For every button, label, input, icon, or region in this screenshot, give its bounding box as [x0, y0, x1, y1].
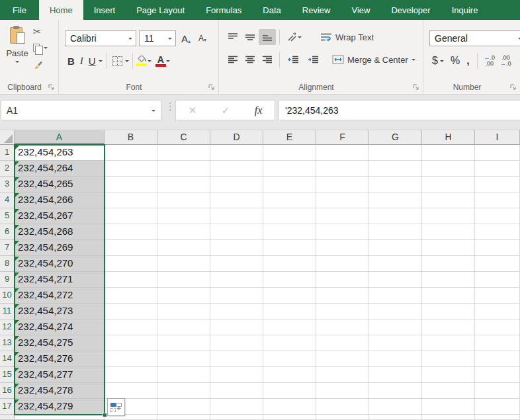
row-header-2[interactable]: 2	[0, 161, 15, 177]
cell-G7[interactable]	[369, 240, 422, 256]
bold-button[interactable]: B	[65, 56, 77, 67]
cell-B10[interactable]	[105, 288, 157, 304]
row-header-8[interactable]: 8	[0, 256, 15, 272]
cell-H6[interactable]	[422, 224, 475, 240]
align-left-button[interactable]	[224, 52, 241, 67]
italic-button[interactable]: I	[77, 56, 86, 67]
cell-C1[interactable]	[157, 145, 210, 161]
cell-H11[interactable]	[422, 304, 475, 319]
cell-F6[interactable]	[316, 224, 369, 240]
tab-insert[interactable]: Insert	[83, 0, 126, 20]
column-header-H[interactable]: H	[422, 130, 475, 145]
cell-I12[interactable]	[475, 319, 520, 335]
cell-H2[interactable]	[422, 161, 475, 177]
cell-H1[interactable]	[422, 145, 475, 161]
cell-G4[interactable]	[369, 192, 422, 208]
cell-G6[interactable]	[369, 224, 422, 240]
cancel-button[interactable]: ✕	[189, 105, 197, 116]
font-color-dropdown-icon[interactable]	[166, 60, 170, 64]
align-center-button[interactable]	[241, 52, 259, 67]
decrease-indent-button[interactable]	[283, 52, 303, 67]
accounting-dropdown-icon[interactable]	[440, 60, 444, 64]
cell-D8[interactable]	[210, 256, 263, 272]
row-header-15[interactable]: 15	[0, 367, 15, 383]
tab-file[interactable]: File	[0, 0, 39, 20]
cell-H13[interactable]	[422, 335, 475, 351]
cell-D12[interactable]	[210, 319, 263, 335]
cell-F9[interactable]	[316, 272, 369, 288]
row-header-4[interactable]: 4	[0, 192, 15, 208]
cell-I1[interactable]	[475, 145, 520, 161]
tab-inquire[interactable]: Inquire	[441, 0, 489, 20]
cell-D2[interactable]	[210, 161, 263, 177]
cell-E8[interactable]	[263, 256, 316, 272]
cell-D11[interactable]	[210, 304, 263, 319]
cell-E13[interactable]	[263, 335, 316, 351]
cell-G14[interactable]	[369, 351, 422, 367]
cell-E2[interactable]	[263, 161, 316, 177]
cell-F2[interactable]	[316, 161, 369, 177]
cell-F13[interactable]	[316, 335, 369, 351]
cell-D16[interactable]	[210, 383, 263, 399]
row-header-18[interactable]	[0, 415, 15, 420]
copy-dropdown-icon[interactable]	[44, 47, 48, 51]
column-header-I[interactable]: I	[475, 130, 520, 145]
cell-H9[interactable]	[422, 272, 475, 288]
row-header-12[interactable]: 12	[0, 319, 15, 335]
percent-style-button[interactable]: %	[448, 55, 462, 67]
cell-I18[interactable]	[475, 415, 520, 420]
row-header-1[interactable]: 1	[0, 145, 15, 161]
cell-E5[interactable]	[263, 208, 316, 224]
row-header-11[interactable]: 11	[0, 304, 15, 319]
cell-D15[interactable]	[210, 367, 263, 383]
cell-C16[interactable]	[157, 383, 210, 399]
cell-C18[interactable]	[157, 415, 210, 420]
cell-D1[interactable]	[210, 145, 263, 161]
cell-I15[interactable]	[475, 367, 520, 383]
cell-F4[interactable]	[316, 192, 369, 208]
cell-B8[interactable]	[105, 256, 157, 272]
cell-H4[interactable]	[422, 192, 475, 208]
cell-A16[interactable]: 232,454,278	[15, 383, 105, 399]
merge-center-dropdown-icon[interactable]	[412, 59, 415, 63]
insert-function-button[interactable]: fx	[255, 105, 263, 116]
cell-F8[interactable]	[316, 256, 369, 272]
align-right-button[interactable]	[259, 52, 276, 67]
cell-C2[interactable]	[157, 161, 210, 177]
chevron-down-icon[interactable]	[128, 38, 132, 42]
select-all-corner[interactable]	[0, 130, 15, 145]
cell-C6[interactable]	[157, 224, 210, 240]
cell-G10[interactable]	[369, 288, 422, 304]
row-header-14[interactable]: 14	[0, 351, 15, 367]
cell-F1[interactable]	[316, 145, 369, 161]
paste-button[interactable]: Paste	[3, 24, 31, 83]
cell-C14[interactable]	[157, 351, 210, 367]
cell-F10[interactable]	[316, 288, 369, 304]
cell-I14[interactable]	[475, 351, 520, 367]
cell-B13[interactable]	[105, 335, 157, 351]
merge-center-button[interactable]: Merge & Center	[332, 55, 415, 65]
cell-F18[interactable]	[316, 415, 369, 420]
cell-E1[interactable]	[263, 145, 316, 161]
cell-D9[interactable]	[210, 272, 263, 288]
cell-E17[interactable]	[263, 399, 316, 415]
number-dialog-launcher[interactable]	[509, 83, 517, 91]
cell-A2[interactable]: 232,454,264	[15, 161, 105, 177]
cell-E9[interactable]	[263, 272, 316, 288]
cell-G13[interactable]	[369, 335, 422, 351]
cell-C9[interactable]	[157, 272, 210, 288]
paste-dropdown-icon[interactable]	[15, 61, 19, 65]
column-header-G[interactable]: G	[369, 130, 422, 145]
cell-A8[interactable]: 232,454,270	[15, 256, 105, 272]
number-format-combobox[interactable]: General	[429, 30, 520, 46]
cell-A18[interactable]	[15, 415, 105, 420]
column-header-B[interactable]: B	[105, 130, 157, 145]
cell-D17[interactable]	[210, 399, 263, 415]
tab-formulas[interactable]: Formulas	[195, 0, 252, 20]
cell-C3[interactable]	[157, 177, 210, 192]
name-box-dropdown-icon[interactable]	[152, 110, 155, 114]
row-header-10[interactable]: 10	[0, 288, 15, 304]
row-header-9[interactable]: 9	[0, 272, 15, 288]
alignment-dialog-launcher[interactable]	[412, 83, 420, 91]
row-header-17[interactable]: 17	[0, 399, 15, 415]
